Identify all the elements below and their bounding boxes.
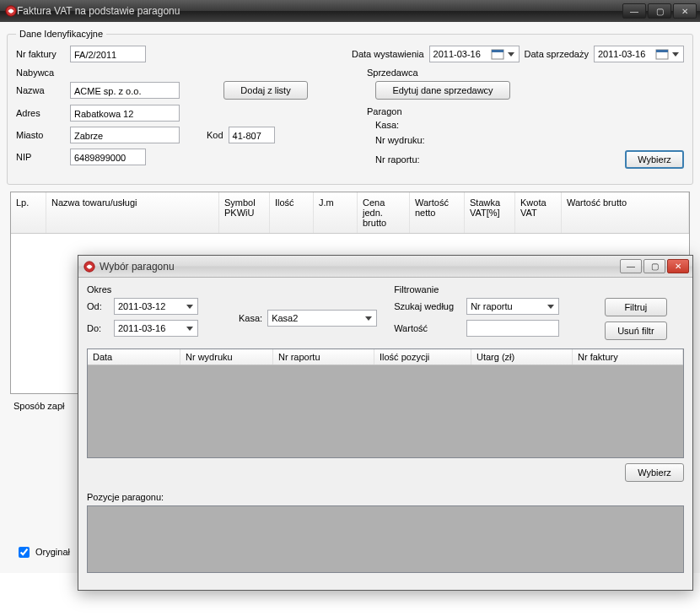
wybierz-paragon-button[interactable]: Wybierz: [625, 150, 684, 169]
data-wyst-input[interactable]: 2011-03-16: [429, 46, 520, 62]
nazwa-label: Nazwa: [16, 85, 65, 95]
filtr-group: Filtrowanie Szukaj według Nr raportu War…: [394, 284, 588, 342]
kasa-select[interactable]: Kasa2: [267, 310, 377, 327]
svg-rect-2: [492, 50, 503, 52]
chevron-down-icon: [545, 300, 557, 312]
dialog-close-button[interactable]: ✕: [667, 259, 689, 273]
edytuj-sprzedawcy-button[interactable]: Edytuj dane sprzedawcy: [375, 81, 510, 100]
chevron-down-icon: [363, 312, 374, 324]
wartosc-input[interactable]: [466, 320, 559, 337]
kod-input[interactable]: 41-807: [229, 127, 275, 143]
adres-label: Adres: [16, 108, 65, 118]
gcol-nrfak[interactable]: Nr faktury: [573, 349, 683, 365]
app-icon: [5, 5, 17, 17]
gcol-utarg[interactable]: Utarg (zł): [471, 349, 573, 365]
dialog-minimize-button[interactable]: —: [620, 259, 642, 273]
col-jm[interactable]: J.m: [314, 192, 358, 233]
szukaj-select[interactable]: Nr raportu: [466, 298, 559, 315]
sposob-zaplaty-label: Sposób zapł: [13, 401, 65, 411]
chevron-down-icon: [670, 47, 681, 61]
chevron-down-icon: [184, 322, 196, 334]
gcol-data[interactable]: Data: [88, 349, 180, 365]
app-icon: [83, 261, 95, 273]
miasto-input[interactable]: Zabrze: [70, 127, 180, 143]
main-titlebar: Faktura VAT na podstawie paragonu — ▢ ✕: [0, 0, 700, 22]
maximize-button[interactable]: ▢: [648, 3, 671, 19]
svg-rect-4: [656, 50, 668, 52]
ident-group: Dane Idenyfikacyjne Nr faktury FA/2/2011…: [7, 29, 693, 185]
oryginal-checkbox[interactable]: Oryginał: [15, 544, 70, 560]
data-sprz-label: Data sprzedaży: [525, 49, 589, 59]
paragon-legend: Paragon: [367, 106, 684, 116]
do-date-input[interactable]: 2011-03-16: [114, 320, 198, 337]
col-pkwiu[interactable]: Symbol PKWiU: [219, 192, 270, 233]
sprzedawca-group: Sprzedawca Edytuj dane sprzedawcy: [367, 68, 684, 100]
main-title: Faktura VAT na podstawie paragonu: [17, 5, 621, 17]
gcol-ilpoz[interactable]: Ilość pozycji: [374, 349, 471, 365]
filtr-legend: Filtrowanie: [394, 284, 588, 294]
minimize-button[interactable]: —: [622, 3, 646, 19]
nip-label: NIP: [16, 152, 65, 162]
chevron-down-icon: [505, 47, 517, 61]
wartosc-label: Wartość: [394, 323, 461, 333]
do-label: Do:: [87, 323, 109, 333]
col-kwotavat[interactable]: Kwota VAT: [515, 192, 562, 233]
kasa-label: Kasa:: [375, 120, 399, 130]
dialog-titlebar: Wybór paragonu — ▢ ✕: [78, 256, 692, 278]
okres-legend: Okres: [87, 284, 222, 294]
pozycje-grid[interactable]: [87, 505, 684, 573]
paragon-group: Paragon Kasa: Nr wydruku: Nr raportu: Wy…: [367, 106, 684, 169]
sprzedawca-legend: Sprzedawca: [367, 68, 684, 78]
od-date-input[interactable]: 2011-03-12: [114, 298, 198, 315]
col-vatp[interactable]: Stawka VAT[%]: [465, 192, 515, 233]
nabywca-legend: Nabywca: [16, 68, 333, 78]
col-netto[interactable]: Wartość netto: [410, 192, 465, 233]
nabywca-group: Nabywca Nazwa ACME sp. z o.o. Dodaj z li…: [16, 68, 333, 165]
dialog-wybierz-button[interactable]: Wybierz: [625, 463, 684, 482]
pozycje-label: Pozycje paragonu:: [87, 492, 684, 502]
close-button[interactable]: ✕: [673, 3, 697, 19]
od-label: Od:: [87, 301, 109, 311]
nr-faktury-label: Nr faktury: [16, 49, 65, 59]
kod-label: Kod: [207, 130, 223, 140]
nip-input[interactable]: 6489899000: [70, 149, 146, 165]
calendar-icon: [655, 47, 669, 61]
calendar-icon: [491, 47, 504, 61]
dialog-title: Wybór paragonu: [100, 261, 618, 273]
dialog-maximize-button[interactable]: ▢: [643, 259, 665, 273]
col-ilosc[interactable]: Ilość: [270, 192, 314, 233]
col-brutto[interactable]: Wartość brutto: [562, 192, 689, 233]
miasto-label: Miasto: [16, 130, 65, 140]
nazwa-input[interactable]: ACME sp. z o.o.: [70, 82, 180, 99]
okres-group: Okres Od: 2011-03-12 Do: 2011-03-16: [87, 284, 222, 342]
wybor-paragonu-dialog: Wybór paragonu — ▢ ✕ Okres Od: 2011-03-1…: [78, 255, 693, 591]
col-lp[interactable]: Lp.: [11, 192, 46, 233]
kasa-label: Kasa:: [239, 313, 262, 323]
nrwyd-label: Nr wydruku:: [375, 135, 425, 145]
szukaj-label: Szukaj według: [394, 301, 461, 311]
nr-faktury-input[interactable]: FA/2/2011: [70, 46, 146, 62]
gcol-nrwyd[interactable]: Nr wydruku: [180, 349, 273, 365]
nrrap-label: Nr raportu:: [375, 154, 420, 165]
data-wyst-label: Data wystawienia: [352, 49, 424, 59]
filtruj-button[interactable]: Filtruj: [605, 298, 666, 316]
data-sprz-input[interactable]: 2011-03-16: [594, 46, 684, 62]
chevron-down-icon: [184, 300, 196, 312]
col-nazwa[interactable]: Nazwa towaru/usługi: [46, 192, 219, 233]
paragon-grid[interactable]: Data Nr wydruku Nr raportu Ilość pozycji…: [87, 349, 684, 458]
gcol-nrrap[interactable]: Nr raportu: [273, 349, 374, 365]
ident-legend: Dane Idenyfikacyjne: [16, 29, 106, 39]
col-cena[interactable]: Cena jedn. brutto: [358, 192, 410, 233]
adres-input[interactable]: Rabatkowa 12: [70, 105, 180, 122]
dodaj-z-listy-button[interactable]: Dodaj z listy: [223, 81, 308, 100]
usun-filtr-button[interactable]: Usuń filtr: [605, 322, 666, 340]
